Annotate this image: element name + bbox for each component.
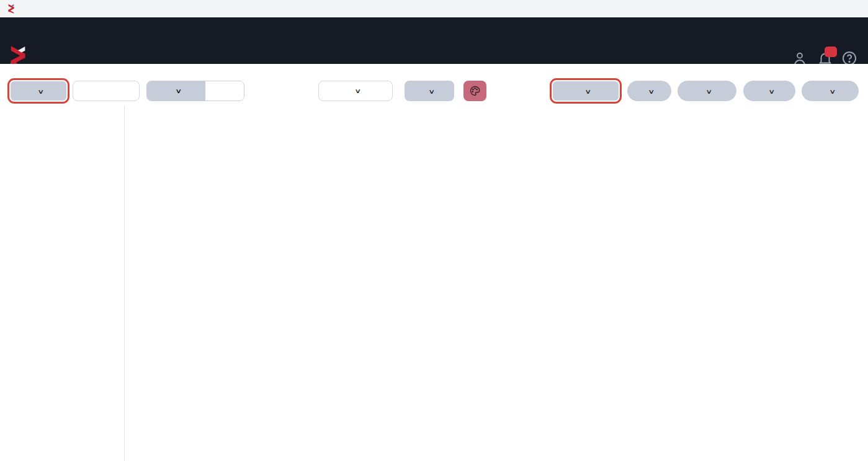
display-dropdown[interactable]: ∨ [678,81,736,101]
maximize-button[interactable] [796,0,825,17]
gantt-content [0,105,868,461]
duration-value-input[interactable] [205,81,244,101]
chevron-down-icon: ∨ [705,88,712,95]
title-bar [0,0,868,18]
chevron-down-icon: ∨ [584,88,591,95]
color-button[interactable] [463,81,486,101]
chevron-down-icon: ∨ [37,88,44,95]
minimize-button[interactable] [765,0,794,17]
duration-control: ∨ [146,81,244,101]
filter-dropdown[interactable]: ∨ [627,81,671,101]
palette-icon [469,85,481,97]
import-dropdown[interactable]: ∨ [743,81,795,101]
main-nav-bar [0,17,868,64]
chevron-down-icon: ∨ [768,88,775,95]
mode-dropdown[interactable]: ∨ [553,81,619,101]
label-column-divider [124,105,125,461]
chevron-down-icon: ∨ [428,88,435,95]
priority-dropdown[interactable]: ∨ [405,81,454,101]
mode-highlight-ring: ∨ [550,78,622,104]
start-mode-dropdown[interactable]: ∨ [11,81,66,101]
start-date-input[interactable] [73,81,140,101]
app-logo-icon [6,4,16,14]
chevron-down-icon: ∨ [829,88,836,95]
chevron-down-icon: ∨ [175,87,182,94]
export-dropdown[interactable]: ∨ [802,81,859,101]
start-mode-highlight-ring: ∨ [7,78,69,104]
close-button[interactable] [827,0,856,17]
end-date-value[interactable] [256,81,307,101]
duration-mode-dropdown[interactable]: ∨ [147,81,205,101]
resource-select[interactable]: ∨ [318,81,393,101]
schedule-toolbar: ∨ ∨ ∨ ∨ ∨ ∨ ∨ ∨ ∨ [0,64,868,105]
chevron-down-icon: ∨ [648,88,655,95]
chevron-down-icon: ∨ [354,87,361,94]
notification-badge [825,47,837,57]
